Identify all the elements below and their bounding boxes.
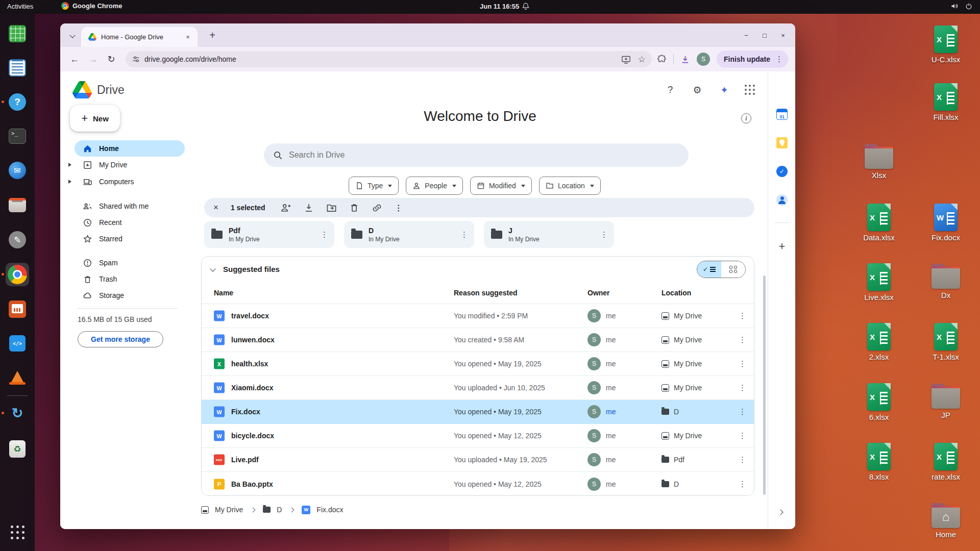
- desktop-icon[interactable]: JP: [918, 383, 974, 419]
- url-input[interactable]: [144, 55, 617, 63]
- power-icon[interactable]: [965, 2, 973, 12]
- help-icon[interactable]: ?: [664, 83, 677, 96]
- collapse-chevron-icon[interactable]: [210, 266, 215, 271]
- file-location[interactable]: My Drive: [662, 432, 702, 440]
- file-row-selected[interactable]: W Fix.docx You opened • May 19, 2025 Sme…: [202, 400, 754, 424]
- dock-item-libreoffice-calc[interactable]: [6, 22, 29, 45]
- breadcrumb-item[interactable]: Fix.docx: [316, 506, 343, 514]
- more-actions-icon[interactable]: ⋮: [739, 335, 746, 344]
- more-actions-icon[interactable]: ⋮: [739, 407, 746, 416]
- downloads-icon[interactable]: [680, 55, 690, 64]
- focused-app-menu[interactable]: Google Chrome: [61, 2, 122, 10]
- download-icon[interactable]: [304, 203, 314, 213]
- breadcrumb-item[interactable]: My Drive: [215, 506, 243, 514]
- desktop-icon[interactable]: X8.xlsx: [851, 443, 907, 481]
- browser-menu-icon[interactable]: ⋮: [773, 55, 785, 64]
- clear-selection-icon[interactable]: ×: [213, 203, 218, 213]
- more-actions-icon[interactable]: ⋮: [321, 230, 328, 239]
- browser-profile-avatar[interactable]: S: [697, 53, 710, 66]
- folder-card-d[interactable]: D In My Drive ⋮: [344, 221, 474, 248]
- forward-button[interactable]: →: [86, 52, 100, 66]
- desktop-icon[interactable]: XT-1.xlsx: [918, 323, 974, 361]
- file-row[interactable]: PDF Live.pdf You uploaded • May 19, 2025…: [202, 448, 754, 472]
- more-actions-icon[interactable]: ⋮: [739, 431, 746, 440]
- dock-item-trash[interactable]: ♻: [6, 437, 29, 461]
- desktop-icon[interactable]: X6.xlsx: [851, 383, 907, 421]
- column-header-name[interactable]: Name: [214, 289, 233, 297]
- more-actions-icon[interactable]: ⋮: [395, 203, 403, 213]
- new-button[interactable]: + New: [70, 105, 120, 132]
- address-bar[interactable]: ☆: [126, 51, 652, 67]
- window-close-button[interactable]: ×: [777, 29, 789, 41]
- folder-card-pdf[interactable]: Pdf In My Drive ⋮: [204, 221, 334, 248]
- list-view-button[interactable]: ✓: [697, 261, 721, 278]
- desktop-icon[interactable]: ⌂Home: [918, 503, 974, 539]
- dock-item-help[interactable]: ?: [6, 90, 29, 114]
- desktop-icon[interactable]: XU-C.xlsx: [918, 26, 974, 64]
- new-tab-button[interactable]: +: [206, 29, 219, 42]
- clock[interactable]: Jun 11 16:55: [480, 3, 519, 10]
- desktop-icon[interactable]: Xlsx: [851, 143, 907, 180]
- sidebar-item-shared-with-me[interactable]: Shared with me: [75, 198, 185, 214]
- more-actions-icon[interactable]: ⋮: [600, 230, 608, 239]
- drive-logo-icon[interactable]: [72, 81, 92, 98]
- sidebar-item-storage[interactable]: Storage: [75, 287, 185, 304]
- get-add-ons-icon[interactable]: +: [775, 240, 789, 253]
- finish-update-button[interactable]: Finish update ⋮: [717, 51, 788, 68]
- google-apps-grid-icon[interactable]: [745, 85, 755, 95]
- install-app-icon[interactable]: [621, 55, 631, 64]
- settings-gear-icon[interactable]: ⚙: [691, 83, 704, 96]
- file-location[interactable]: D: [662, 480, 679, 488]
- info-icon[interactable]: i: [741, 113, 751, 123]
- filter-chip-people[interactable]: People: [406, 177, 463, 195]
- bookmark-star-icon[interactable]: ☆: [638, 54, 646, 65]
- dock-item-libreoffice-impress[interactable]: [6, 297, 29, 321]
- desktop-icon[interactable]: WFix.docx: [918, 204, 974, 242]
- window-maximize-button[interactable]: □: [758, 29, 771, 41]
- desktop-icon[interactable]: XLive.xlsx: [851, 263, 907, 302]
- get-more-storage-button[interactable]: Get more storage: [78, 331, 163, 347]
- desktop-icon[interactable]: XData.xlsx: [851, 204, 907, 242]
- collapse-panel-chevron-icon[interactable]: [777, 509, 783, 515]
- dock-item-vlc[interactable]: [6, 366, 29, 389]
- copy-link-icon[interactable]: [372, 203, 382, 213]
- calendar-app-icon[interactable]: [775, 108, 789, 121]
- desktop-icon[interactable]: Dx: [918, 263, 974, 299]
- back-button[interactable]: ←: [67, 52, 82, 66]
- more-actions-icon[interactable]: ⋮: [739, 311, 746, 320]
- sidebar-item-home[interactable]: Home: [75, 140, 185, 157]
- drive-search-bar[interactable]: [264, 143, 689, 167]
- contacts-app-icon[interactable]: [775, 193, 789, 207]
- share-add-person-icon[interactable]: [281, 203, 291, 213]
- more-actions-icon[interactable]: ⋮: [460, 230, 468, 239]
- column-header-reason[interactable]: Reason suggested: [454, 289, 517, 297]
- dock-item-libreoffice-writer[interactable]: [6, 56, 29, 80]
- trash-icon[interactable]: [349, 203, 359, 213]
- sidebar-item-computers[interactable]: Computers: [75, 173, 185, 190]
- file-location[interactable]: My Drive: [662, 384, 702, 392]
- more-actions-icon[interactable]: ⋮: [739, 455, 746, 464]
- move-to-folder-icon[interactable]: [326, 203, 337, 213]
- dock-item-google-chrome[interactable]: [6, 263, 29, 286]
- filter-chip-type[interactable]: Type: [349, 177, 399, 195]
- file-location[interactable]: D: [662, 408, 679, 416]
- expand-arrow-icon[interactable]: [68, 180, 71, 184]
- dock-item-terminal[interactable]: >_: [6, 124, 29, 148]
- file-row[interactable]: P Ba Bao.pptx You opened • May 12, 2025 …: [202, 472, 754, 496]
- dock-item-gimp[interactable]: ✎: [6, 228, 29, 252]
- sidebar-item-trash[interactable]: Trash: [75, 271, 185, 287]
- file-row[interactable]: W travel.docx You modified • 2:59 PM Sme…: [202, 304, 754, 328]
- tab-search-button[interactable]: [66, 29, 79, 41]
- activities-button[interactable]: Activities: [7, 3, 33, 10]
- tab-close-icon[interactable]: ×: [183, 33, 192, 42]
- filter-chip-modified[interactable]: Modified: [470, 177, 532, 195]
- more-actions-icon[interactable]: ⋮: [739, 383, 746, 392]
- file-row[interactable]: W bicycle.docx You opened • May 12, 2025…: [202, 424, 754, 448]
- file-location[interactable]: My Drive: [662, 336, 702, 344]
- more-actions-icon[interactable]: ⋮: [739, 480, 746, 489]
- browser-tab[interactable]: Home - Google Drive ×: [81, 27, 198, 47]
- file-row[interactable]: X health.xlsx You opened • May 19, 2025 …: [202, 352, 754, 376]
- file-location[interactable]: My Drive: [662, 312, 702, 320]
- gemini-sparkle-icon[interactable]: ✦: [718, 83, 731, 96]
- dock-item-thunderbird[interactable]: ✉: [6, 159, 29, 182]
